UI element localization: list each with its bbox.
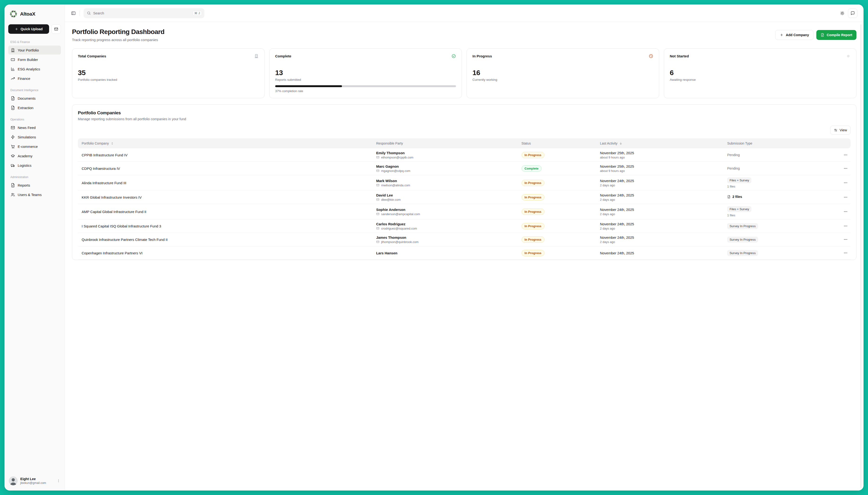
mail-icon	[54, 27, 58, 31]
sidebar-item-reports[interactable]: Reports	[8, 181, 61, 190]
sort-icon[interactable]	[110, 142, 114, 145]
card-title: Portfolio Companies	[78, 110, 434, 116]
topbar: Search ⌘ J	[65, 4, 434, 22]
table-row[interactable]: I Squared Capital ISQ Global Infrastruct…	[78, 219, 434, 233]
responsible-email: dlee@kkr.com	[376, 198, 434, 202]
table-header: Portfolio Company Responsible Party Stat…	[78, 138, 434, 148]
table-body: CPPIB Infrastructure Fund IV Emily Thomp…	[78, 148, 434, 248]
mail-icon	[376, 227, 379, 230]
company-name: I Squared Capital ISQ Global Infrastruct…	[78, 222, 372, 230]
sidebar-item-label: News Feed	[18, 126, 36, 130]
search-icon	[87, 11, 91, 15]
sidebar-item-label: ESG Analytics	[18, 67, 40, 71]
table-row[interactable]: KKR Global Infrastructure Investors IV D…	[78, 191, 434, 204]
stat-card: Total Companies 35 Portfolio companies t…	[72, 48, 265, 98]
mail-icon	[376, 240, 379, 243]
sidebar-item-label: Extraction	[18, 106, 34, 110]
sidebar-item-news-feed[interactable]: News Feed	[8, 123, 61, 132]
company-name: CDPQ Infraestructura IV	[78, 164, 372, 173]
zap-icon	[11, 135, 15, 139]
panel-icon	[71, 11, 76, 16]
quick-upload-label: Quick Upload	[20, 27, 42, 31]
building-icon	[254, 54, 259, 58]
responsible-name: James Thompson	[376, 236, 434, 239]
sidebar-item-label: Simulations	[18, 135, 36, 139]
responsible-name: Marc Gagnon	[376, 164, 434, 168]
table-row[interactable]: CDPQ Infraestructura IV Marc Gagnon mgag…	[78, 162, 434, 175]
form-icon	[11, 57, 15, 62]
stat-title: Total Companies	[78, 54, 106, 58]
search-placeholder: Search	[93, 11, 190, 15]
plus-icon	[15, 27, 18, 31]
mail-icon	[11, 125, 15, 130]
mail-icon	[376, 198, 379, 201]
main-area: Search ⌘ J Portfolio Reporting Dashboard…	[65, 4, 434, 248]
table-row[interactable]: Copenhagen Infrastructure Partners VI La…	[78, 246, 434, 248]
file-icon	[11, 96, 15, 101]
responsible-email: jthompson@quinbrook.com	[376, 240, 434, 244]
responsible-name: Mark Wilson	[376, 179, 434, 183]
sidebar-item-users-teams[interactable]: Users & Teams	[8, 190, 61, 199]
company-name: Alinda Infrastructure Fund III	[78, 179, 372, 187]
column-header[interactable]: Responsible Party	[372, 141, 434, 145]
search-input[interactable]: Search ⌘ J	[84, 8, 205, 18]
app-logo-icon	[9, 10, 18, 18]
graduation-cap-icon	[11, 154, 15, 158]
sidebar-nav: ESG & FinanceYour PortfolioForm BuilderE…	[8, 35, 61, 200]
responsible-name: David Lee	[376, 193, 434, 197]
stat-card: Complete 13 Reports submitted 37% comple…	[269, 48, 434, 98]
table-row[interactable]: Quinbrook Infrastructure Partners Climat…	[78, 233, 434, 246]
topbar-divider	[79, 11, 80, 16]
email-text: crodriguez@isquared.com	[381, 227, 417, 230]
email-text: dlee@kkr.com	[381, 198, 401, 202]
table-row[interactable]: Alinda Infrastructure Fund III Mark Wils…	[78, 175, 434, 191]
sidebar-item-simulations[interactable]: Simulations	[8, 133, 61, 141]
nav-section-label: Document Intelligence	[8, 88, 61, 92]
portfolio-companies-card: Portfolio Companies Manage reporting sub…	[72, 104, 434, 248]
trend-up-icon	[11, 76, 15, 81]
sidebar-item-logistics[interactable]: Logistics	[8, 161, 61, 170]
sidebar-item-label: Finance	[18, 76, 30, 81]
stat-description: Reports submitted	[275, 78, 434, 82]
companies-table: Portfolio Company Responsible Party Stat…	[78, 138, 434, 248]
sidebar-item-label: Form Builder	[18, 57, 38, 62]
table-row[interactable]: CPPIB Infrastructure Fund IV Emily Thomp…	[78, 148, 434, 162]
nav-section-label: Administration	[8, 175, 61, 179]
sidebar-item-your-portfolio[interactable]: Your Portfolio	[8, 46, 61, 54]
sidebar-toggle-button[interactable]	[71, 11, 76, 16]
stat-description: Portfolio companies tracked	[78, 78, 259, 82]
sidebar-item-academy[interactable]: Academy	[8, 151, 61, 160]
inbox-button[interactable]	[51, 24, 61, 34]
responsible-name: Carlos Rodriguez	[376, 222, 434, 226]
email-text: sanderson@ampcapital.com	[381, 212, 420, 216]
responsible-email: ethompson@cppib.com	[376, 156, 434, 159]
column-header[interactable]: Portfolio Company	[78, 141, 372, 145]
company-name: AMP Capital Global Infrastructure Fund I…	[78, 208, 372, 216]
sidebar-item-label: Documents	[18, 96, 36, 100]
mail-icon	[376, 212, 379, 216]
column-label: Responsible Party	[376, 141, 403, 145]
card-subtitle: Manage reporting submissions from all po…	[78, 117, 434, 121]
truck-icon	[11, 163, 15, 168]
sidebar-item-esg-analytics[interactable]: ESG Analytics	[8, 65, 61, 73]
sidebar-item-documents[interactable]: Documents	[8, 94, 61, 103]
sidebar-item-finance[interactable]: Finance	[8, 74, 61, 83]
sidebar-item-label: Users & Teams	[18, 193, 41, 197]
sidebar-item-label: Reports	[18, 183, 30, 187]
sidebar-item-form-builder[interactable]: Form Builder	[8, 55, 61, 64]
sidebar-item-e-commerce[interactable]: E-commerce	[8, 142, 61, 151]
cart-icon	[11, 144, 15, 149]
page-title: Portfolio Reporting Dashboard	[72, 28, 164, 36]
table-row[interactable]: AMP Capital Global Infrastructure Fund I…	[78, 204, 434, 219]
email-text: mgagnon@cdpq.com	[381, 169, 410, 173]
progress-label: 37% completion rate	[275, 89, 434, 93]
nav-section-label: ESG & Finance	[8, 40, 61, 44]
quick-upload-button[interactable]: Quick Upload	[8, 24, 49, 34]
stat-value: 35	[78, 69, 259, 77]
sidebar-item-extraction[interactable]: Extraction	[8, 103, 61, 112]
sidebar-item-label: E-commerce	[18, 144, 38, 149]
email-text: jthompson@quinbrook.com	[381, 240, 419, 244]
sidebar: AltoaX Quick Upload ESG & FinanceYour Po…	[4, 4, 65, 248]
stats-row: Total Companies 35 Portfolio companies t…	[72, 48, 434, 98]
content: Portfolio Reporting Dashboard Track repo…	[65, 22, 434, 248]
